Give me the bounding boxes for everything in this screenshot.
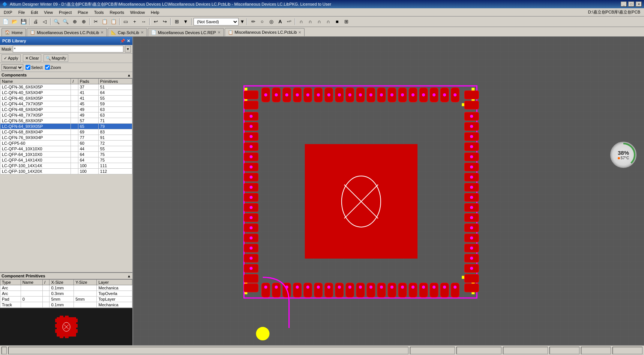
menu-dxp[interactable]: DXP: [1, 9, 15, 15]
toolbar-grid-dd[interactable]: ▼: [182, 18, 190, 26]
toolbar-arc3[interactable]: ∩: [315, 18, 323, 26]
tab-miscdev-pcblib[interactable]: 📋 Miscellaneous Devices LC.PcbLib ✕: [27, 28, 107, 36]
clear-button[interactable]: ✕ Clear: [23, 54, 41, 62]
toolbar-redo[interactable]: ↪: [161, 18, 169, 26]
select-checkbox-label[interactable]: Select: [26, 65, 43, 70]
table-row[interactable]: Arc 0.1mm Mechanica: [0, 285, 132, 291]
prim-col-slash[interactable]: /: [43, 280, 50, 285]
table-row[interactable]: LC-QFN-68_8X8X04P 69 83: [0, 129, 132, 135]
maximize-button[interactable]: □: [628, 1, 634, 7]
toolbar-paste[interactable]: 📋: [110, 18, 118, 26]
table-row[interactable]: LC-QFN-44_7X7X05P 45 59: [0, 101, 132, 107]
table-row[interactable]: LC-QFP5-60 60 72: [0, 141, 132, 146]
menu-tools[interactable]: Tools: [91, 9, 107, 15]
toolbar-select-area[interactable]: ▭: [122, 18, 130, 26]
col-slash[interactable]: /: [71, 79, 78, 84]
menu-project[interactable]: Project: [56, 9, 75, 15]
mask-dropdown-btn[interactable]: ▼: [125, 46, 131, 52]
toolbar-arc4[interactable]: ∩: [324, 18, 332, 26]
toolbar-zoom4[interactable]: ⊕: [80, 18, 88, 26]
prim-col-xsize[interactable]: X-Size: [50, 280, 74, 285]
toolbar-text[interactable]: A: [276, 18, 284, 26]
primitives-table-container[interactable]: Type Name / X-Size Y-Size Layer Arc 0.1m…: [0, 279, 132, 308]
menu-file[interactable]: File: [15, 9, 28, 15]
table-row[interactable]: LC-QFP-100_14X20X 100 112: [0, 169, 132, 174]
components-scroll-up[interactable]: ▲: [127, 73, 131, 77]
miscrep-tab-close[interactable]: ✕: [218, 30, 221, 34]
menu-window[interactable]: Window: [127, 9, 148, 15]
table-row[interactable]: LC-QFP-64_14X14X0 64 75: [0, 157, 132, 163]
table-row[interactable]: Track 0.1mm Mechanica: [0, 302, 132, 308]
toolbar-open[interactable]: 📂: [11, 18, 19, 26]
toolbar-zoom-out[interactable]: 🔍: [62, 18, 70, 26]
toolbar-circle[interactable]: ○: [258, 18, 266, 26]
pcblib-tab-close[interactable]: ✕: [101, 30, 104, 34]
toolbar-arc2[interactable]: ∩: [306, 18, 314, 26]
primitives-scroll-up[interactable]: ▲: [127, 274, 131, 278]
zoom-checkbox[interactable]: [45, 65, 50, 70]
table-row[interactable]: LC-QFP-44_10X10X0 44 55: [0, 146, 132, 152]
toolbar-move[interactable]: ↔: [140, 18, 148, 26]
tab-home[interactable]: 🏠 Home: [2, 28, 26, 36]
table-row[interactable]: LC-QFN-64_9X9X05P 65 79: [0, 124, 132, 129]
table-row[interactable]: Pad 0 5mm 5mm TopLayer: [0, 297, 132, 302]
menu-place[interactable]: Place: [75, 9, 91, 15]
toolbar-zoom-in[interactable]: 🔍: [53, 18, 61, 26]
table-row[interactable]: LC-QFN-56_8X8X05P 57 71: [0, 118, 132, 124]
table-row[interactable]: LC-QFP-64_10X10X0 64 75: [0, 152, 132, 157]
table-row[interactable]: LC-QFN-76_9X9X04P 77 91: [0, 135, 132, 141]
zoom-checkbox-label[interactable]: Zoom: [45, 65, 61, 70]
components-table-container[interactable]: Name / Pads Primitives LC-QFN-36_6X6X05P…: [0, 78, 132, 272]
toolbar-route[interactable]: ⊞: [342, 18, 350, 26]
layer-dropdown[interactable]: (Not Saved): [194, 18, 239, 25]
style-select[interactable]: Normal: [2, 64, 23, 71]
toolbar-undo[interactable]: ↩: [152, 18, 160, 26]
panel-close-icon[interactable]: ✕: [127, 39, 130, 43]
close-button[interactable]: ✕: [636, 1, 642, 7]
tab-capsch[interactable]: 📐 Cap.SchLib ✕: [108, 28, 147, 36]
col-name[interactable]: Name: [0, 79, 71, 84]
menu-help[interactable]: Help: [148, 9, 162, 15]
toolbar-locate[interactable]: ◎: [267, 18, 275, 26]
magnify-button[interactable]: 🔍 Magnify: [44, 54, 69, 62]
toolbar-cut[interactable]: ✂: [92, 18, 100, 26]
toolbar-zoom3[interactable]: ⊕: [71, 18, 79, 26]
mask-input[interactable]: [13, 46, 123, 52]
toolbar-new[interactable]: 📄: [2, 18, 10, 26]
prim-col-type[interactable]: Type: [0, 280, 21, 285]
content-area[interactable]: 38% 57°C ◄ ►: [133, 37, 644, 345]
capsch-tab-close[interactable]: ✕: [141, 30, 144, 34]
toolbar-pencil[interactable]: ✏: [249, 18, 257, 26]
pcblib2-tab-close[interactable]: ✕: [298, 30, 301, 34]
table-row[interactable]: LC-QFN-40_5X5X04P 41 64: [0, 90, 132, 96]
toolbar-save[interactable]: 💾: [20, 18, 28, 26]
apply-button[interactable]: ✓ Apply: [2, 54, 21, 62]
prim-col-name[interactable]: Name: [21, 280, 42, 285]
menu-view[interactable]: View: [41, 9, 56, 15]
table-row[interactable]: LC-QFN-36_6X6X05P 37 51: [0, 84, 132, 90]
table-row[interactable]: LC-QFN-48_6X6X04P 49 63: [0, 107, 132, 112]
toolbar-rect[interactable]: ■: [333, 18, 341, 26]
col-pads[interactable]: Pads: [78, 79, 98, 84]
toolbar-layer-dd[interactable]: ▼: [239, 18, 245, 26]
tab-miscrep[interactable]: 📄 Miscellaneous Devices LC.REP ✕: [148, 28, 224, 36]
prim-col-ysize[interactable]: Y-Size: [74, 280, 97, 285]
menu-edit[interactable]: Edit: [28, 9, 41, 15]
table-row[interactable]: Arc 0.3mm TopOverla: [0, 291, 132, 297]
panel-pin-icon[interactable]: 📌: [120, 39, 125, 43]
table-row[interactable]: LC-QFP-100_14X14X 100 111: [0, 163, 132, 169]
toolbar-copy[interactable]: 📋: [101, 18, 109, 26]
table-row[interactable]: LC-QFN-40_6X6X05P 41 55: [0, 96, 132, 101]
prim-col-layer[interactable]: Layer: [97, 280, 132, 285]
toolbar-cross[interactable]: +: [131, 18, 139, 26]
select-checkbox[interactable]: [26, 65, 30, 70]
table-row[interactable]: LC-QFN-48_7X7X05P 49 63: [0, 112, 132, 118]
menu-reports[interactable]: Reports: [107, 9, 127, 15]
col-primitives[interactable]: Primitives: [98, 79, 132, 84]
toolbar-print2[interactable]: ◁: [41, 18, 49, 26]
tab-miscdev-pcblib2[interactable]: 📋 Miscellaneous Devices LC.PcbLib ✕: [225, 28, 305, 36]
toolbar-grid[interactable]: ⊞: [173, 18, 181, 26]
toolbar-superscript[interactable]: +¹⁰: [285, 18, 293, 26]
toolbar-print[interactable]: 🖨: [32, 18, 40, 26]
toolbar-arc1[interactable]: ∩: [297, 18, 305, 26]
